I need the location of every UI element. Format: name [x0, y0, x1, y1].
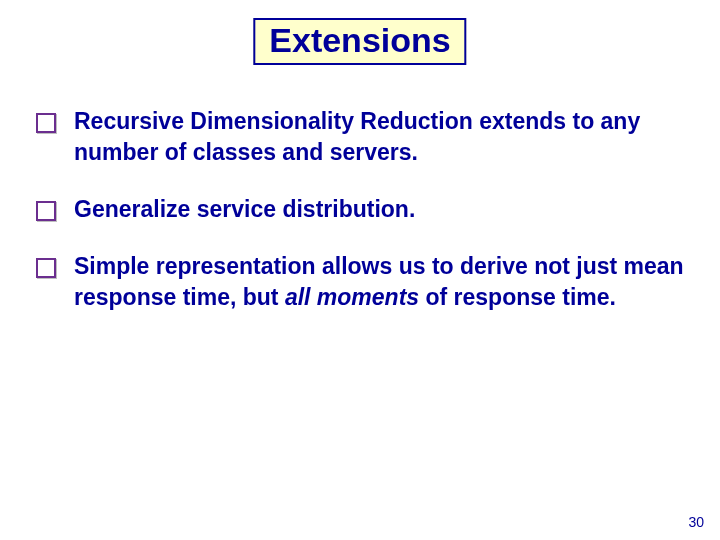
title-box: Extensions	[253, 18, 466, 65]
page-number: 30	[688, 514, 704, 530]
bullet-text: Simple representation allows us to deriv…	[74, 251, 684, 313]
bullet-text: Generalize service distribution.	[74, 194, 415, 225]
list-item: Recursive Dimensionality Reduction exten…	[36, 106, 684, 168]
square-bullet-icon	[36, 258, 56, 278]
list-item: Simple representation allows us to deriv…	[36, 251, 684, 313]
square-bullet-icon	[36, 113, 56, 133]
bullet-text: Recursive Dimensionality Reduction exten…	[74, 106, 684, 168]
list-item: Generalize service distribution.	[36, 194, 684, 225]
square-bullet-icon	[36, 201, 56, 221]
slide: Extensions Recursive Dimensionality Redu…	[0, 0, 720, 540]
slide-title: Extensions	[269, 22, 450, 59]
bullet-list: Recursive Dimensionality Reduction exten…	[36, 106, 684, 339]
